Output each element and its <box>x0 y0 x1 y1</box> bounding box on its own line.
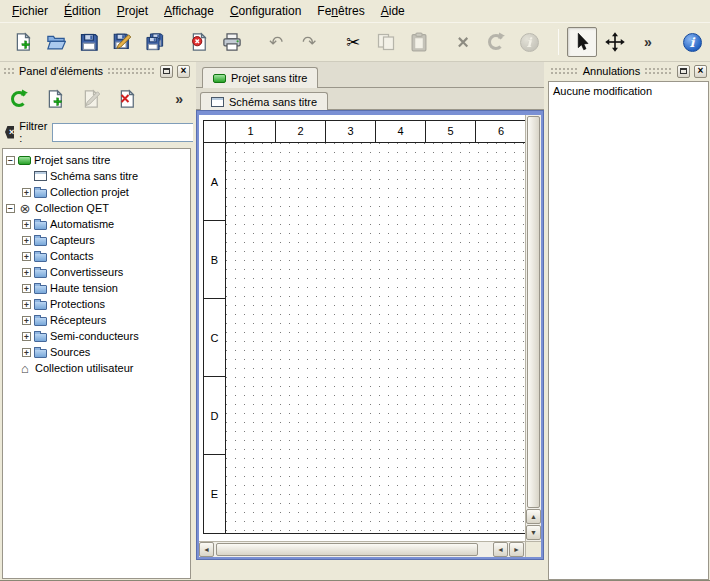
scroll-right-button[interactable]: ► <box>509 542 524 557</box>
expander-minus-icon[interactable]: − <box>6 204 15 213</box>
expander-plus-icon[interactable]: + <box>22 332 31 341</box>
rotate-button[interactable] <box>481 27 511 57</box>
tree-item-sources[interactable]: + Sources <box>3 344 190 360</box>
float-panel-button[interactable] <box>160 65 173 78</box>
menu-mnemonic: A <box>381 4 389 18</box>
expander-minus-icon[interactable]: − <box>6 156 15 165</box>
menu-edition[interactable]: Édition <box>56 1 109 21</box>
tree-item-automatisme[interactable]: + Automatisme <box>3 216 190 232</box>
information-button[interactable]: i <box>514 27 544 57</box>
about-button[interactable]: i <box>677 27 707 57</box>
refresh-elements-button[interactable] <box>4 84 34 114</box>
toolbar-overflow-button[interactable]: » <box>633 27 663 57</box>
close-panel-button[interactable]: × <box>177 65 190 78</box>
open-document-button[interactable] <box>41 27 71 57</box>
tab-schema-sans-titre[interactable]: Schéma sans titre <box>200 92 328 110</box>
tree-item-collection-utilisateur[interactable]: ⌂ Collection utilisateur <box>3 360 190 376</box>
print-button[interactable] <box>217 27 247 57</box>
vertical-scrollbar[interactable]: ▲ ▼ <box>525 115 541 541</box>
tree-item-schema-sans-titre[interactable]: Schéma sans titre <box>3 168 190 184</box>
horizontal-scrollbar[interactable]: ◄ ◄ ► <box>199 541 525 557</box>
scroll-left-button-end[interactable]: ◄ <box>493 542 508 557</box>
new-document-button[interactable] <box>8 27 38 57</box>
float-panel-button[interactable] <box>677 65 690 78</box>
column-header: 2 <box>276 121 326 142</box>
tree-item-label: Collection projet <box>50 186 129 198</box>
panel-overflow-button[interactable]: » <box>175 91 183 107</box>
menu-aide[interactable]: Aide <box>373 1 413 21</box>
menu-affichage[interactable]: Affichage <box>156 1 222 21</box>
paste-button[interactable] <box>404 27 434 57</box>
column-header: 5 <box>426 121 476 142</box>
tree-item-haute-tension[interactable]: + Haute tension <box>3 280 190 296</box>
expander-plus-icon[interactable]: + <box>22 220 31 229</box>
diagram-grid-canvas[interactable] <box>226 143 525 533</box>
undo-panel-titlebar[interactable]: Annulations × <box>547 62 710 80</box>
tree-item-convertisseurs[interactable]: + Convertisseurs <box>3 264 190 280</box>
expander-plus-icon[interactable]: + <box>22 316 31 325</box>
clear-filter-icon[interactable]: × <box>5 126 14 139</box>
schema-tab-label: Schéma sans titre <box>229 96 317 108</box>
save-all-button[interactable] <box>140 27 170 57</box>
scrollbar-corner <box>525 541 541 557</box>
save-as-icon <box>112 32 132 52</box>
row-header: C <box>204 299 225 377</box>
undo-button[interactable]: ↶ <box>261 27 291 57</box>
tree-item-label: Collection QET <box>35 202 109 214</box>
expander-plus-icon[interactable]: + <box>22 300 31 309</box>
undo-root-item[interactable]: Aucune modification <box>549 82 708 100</box>
expander-plus-icon[interactable]: + <box>22 188 31 197</box>
expander-plus-icon[interactable]: + <box>22 284 31 293</box>
cut-button[interactable]: ✂ <box>338 27 368 57</box>
close-document-button[interactable] <box>184 27 214 57</box>
menu-projet[interactable]: Projet <box>109 1 156 21</box>
delete-element-button[interactable] <box>112 84 142 114</box>
filter-input[interactable] <box>52 123 202 142</box>
expander-plus-icon[interactable]: + <box>22 236 31 245</box>
menu-label: ffichage <box>172 4 214 18</box>
scroll-up-button[interactable]: ▲ <box>526 509 541 524</box>
menu-mnemonic: n <box>331 4 338 18</box>
tree-item-contacts[interactable]: + Contacts <box>3 248 190 264</box>
tree-item-semi-conducteurs[interactable]: + Semi-conducteurs <box>3 328 190 344</box>
elements-panel-titlebar[interactable]: Panel d'éléments × <box>0 62 193 80</box>
new-element-button[interactable] <box>40 84 70 114</box>
tree-item-recepteurs[interactable]: + Récepteurs <box>3 312 190 328</box>
diagram-view[interactable]: 1 2 3 4 5 6 A B C D <box>199 115 525 541</box>
vertical-scrollbar-thumb[interactable] <box>527 116 540 508</box>
redo-button[interactable]: ↷ <box>294 27 324 57</box>
column-header: 3 <box>326 121 376 142</box>
expander-plus-icon[interactable]: + <box>22 252 31 261</box>
menu-fenetres[interactable]: Fenêtres <box>309 1 372 21</box>
row-header: A <box>204 143 225 221</box>
tree-item-collection-qet[interactable]: − ⊗ Collection QET <box>3 200 190 216</box>
tree-item-projet-sans-titre[interactable]: − Projet sans titre <box>3 152 190 168</box>
tree-item-label: Protections <box>50 298 105 310</box>
qelectrotech-window: Fichier Édition Projet Affichage Configu… <box>0 0 710 581</box>
clear-x: × <box>9 127 14 137</box>
tree-item-capteurs[interactable]: + Capteurs <box>3 232 190 248</box>
tree-item-protections[interactable]: + Protections <box>3 296 190 312</box>
expander-plus-icon[interactable]: + <box>22 268 31 277</box>
edit-element-icon <box>81 89 101 109</box>
schema-tab-bar: Schéma sans titre <box>196 88 544 110</box>
scroll-down-button[interactable]: ▼ <box>526 525 541 540</box>
project-icon <box>18 156 31 165</box>
menu-mnemonic: É <box>64 4 72 18</box>
pointer-select-button[interactable] <box>567 27 597 57</box>
menu-fichier[interactable]: Fichier <box>4 1 56 21</box>
save-as-button[interactable] <box>107 27 137 57</box>
delete-button[interactable]: × <box>448 27 478 57</box>
folder-icon <box>34 333 47 342</box>
scroll-left-button[interactable]: ◄ <box>199 542 214 557</box>
copy-button[interactable] <box>371 27 401 57</box>
menu-configuration[interactable]: Configuration <box>222 1 309 21</box>
expander-plus-icon[interactable]: + <box>22 348 31 357</box>
tree-item-collection-projet[interactable]: + Collection projet <box>3 184 190 200</box>
edit-element-button[interactable] <box>76 84 106 114</box>
move-view-button[interactable] <box>600 27 630 57</box>
save-button[interactable] <box>74 27 104 57</box>
horizontal-scrollbar-thumb[interactable] <box>216 543 478 556</box>
tab-projet-sans-titre[interactable]: Projet sans titre <box>202 67 318 88</box>
close-panel-button[interactable]: × <box>694 65 707 78</box>
